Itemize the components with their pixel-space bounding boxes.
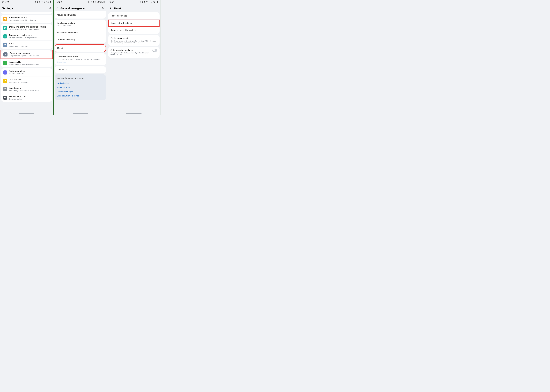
lookfor-link-timeout[interactable]: Screen timeout xyxy=(57,85,104,90)
lookfor-link-bring[interactable]: Bring data from old device xyxy=(57,94,104,98)
settings-header: Settings xyxy=(0,4,53,11)
signin-link[interactable]: Signed in as xyxy=(57,61,104,63)
row-apps[interactable]: Apps Default apps • App settings xyxy=(1,41,52,49)
row-accessibility[interactable]: Accessibility TalkBack • Mono audio • As… xyxy=(1,59,52,67)
signal-icon xyxy=(43,1,45,3)
row-title: General management xyxy=(9,52,50,55)
svg-rect-6 xyxy=(50,2,51,3)
looking-for-box: Looking for something else? Navigation b… xyxy=(55,74,106,100)
nav-pill[interactable] xyxy=(73,113,88,114)
svg-point-15 xyxy=(5,45,6,45)
group-reset: Reset xyxy=(55,44,106,52)
status-bar: 10:37 79% xyxy=(0,0,53,4)
row-sub: Developer options xyxy=(9,98,50,100)
row-contact-us[interactable]: Contact us xyxy=(55,66,106,73)
row-battery-care[interactable]: Battery and device care Storage • Memory… xyxy=(1,32,52,41)
lookfor-link-nav[interactable]: Navigation bar xyxy=(57,81,104,85)
row-sub: Status • Legal information • Phone name xyxy=(9,90,50,91)
svg-point-18 xyxy=(6,55,6,55)
back-icon[interactable] xyxy=(109,7,112,10)
nav-pill[interactable] xyxy=(19,113,34,114)
reset-screen: 10:37 79% Reset Reset all settings Reset… xyxy=(107,0,161,115)
row-sub: Gboard spell checker xyxy=(57,25,104,27)
battery-percent: 79% xyxy=(153,1,156,3)
search-icon[interactable] xyxy=(49,7,51,10)
row-customization-service[interactable]: Customization Service Get personalized c… xyxy=(55,53,106,65)
row-passwords[interactable]: Passwords and autofill xyxy=(55,29,106,36)
row-reset-accessibility[interactable]: Reset accessibility settings xyxy=(108,27,159,34)
row-developer-options[interactable]: Developer options Developer options xyxy=(1,93,52,102)
row-sub: Download and install xyxy=(9,73,50,75)
svg-point-16 xyxy=(6,54,6,54)
row-title: Software update xyxy=(9,70,50,73)
svg-point-9 xyxy=(5,28,6,28)
svg-point-7 xyxy=(49,7,50,9)
row-title: Developer options xyxy=(9,95,50,98)
row-title: Customization Service xyxy=(57,56,104,58)
row-title: Spelling correction xyxy=(57,22,104,24)
row-software-update[interactable]: Software update Download and install xyxy=(1,68,52,77)
svg-rect-28 xyxy=(104,1,105,3)
row-spelling[interactable]: Spelling correction Gboard spell checker xyxy=(55,20,106,29)
row-sub: Useful tips • New features xyxy=(9,81,50,83)
vibrate-icon xyxy=(93,1,94,3)
status-time: 10:37 xyxy=(109,1,114,3)
row-title: Digital Wellbeing and parental controls xyxy=(9,26,50,28)
group-mouse: Mouse and trackpad xyxy=(55,11,106,19)
group-auto-restart[interactable]: Auto restart at set times Your phone wil… xyxy=(108,47,159,58)
bluetooth-icon xyxy=(142,1,143,3)
svg-rect-33 xyxy=(157,1,158,3)
svg-point-31 xyxy=(140,1,141,3)
vibrate-icon xyxy=(39,1,41,3)
reset-header: Reset xyxy=(107,4,161,11)
row-reset-network[interactable]: Reset network settings xyxy=(108,19,159,27)
gear-icon xyxy=(3,17,7,21)
row-title: Reset accessibility settings xyxy=(111,29,157,32)
status-bar: 10:37 79% xyxy=(54,0,107,4)
svg-rect-27 xyxy=(93,1,94,2)
group-reset-options: Reset all settings Reset network setting… xyxy=(108,12,159,34)
svg-rect-29 xyxy=(104,1,104,1)
accessibility-icon xyxy=(3,61,7,65)
row-title: Contact us xyxy=(57,68,104,71)
row-general-management[interactable]: General management Language and keyboard… xyxy=(1,50,52,58)
row-reset[interactable]: Reset xyxy=(55,45,106,52)
row-dictionary[interactable]: Personal dictionary xyxy=(55,36,106,43)
bluetooth-icon xyxy=(36,1,38,3)
group-advanced: Advanced features Android Auto • Labs • … xyxy=(1,14,52,23)
wifi-icon xyxy=(41,1,43,3)
row-tips-help[interactable]: Tips and help Useful tips • New features xyxy=(1,77,52,85)
row-reset-all[interactable]: Reset all settings xyxy=(108,12,159,19)
battery-percent: 79% xyxy=(99,1,103,3)
row-sub: Android Auto • Labs • Bixby Routines xyxy=(9,19,50,21)
svg-rect-32 xyxy=(144,1,145,2)
row-about-phone[interactable]: About phone Status • Legal information •… xyxy=(1,85,52,93)
svg-point-25 xyxy=(61,1,62,2)
group-customization: Customization Service Get personalized c… xyxy=(55,53,106,65)
row-title: Reset xyxy=(57,47,103,49)
row-digital-wellbeing[interactable]: Digital Wellbeing and parental controls … xyxy=(1,24,52,32)
info-icon xyxy=(3,87,7,91)
nav-pill[interactable] xyxy=(126,113,142,114)
row-title: Apps xyxy=(9,42,50,45)
general-management-screen: 10:37 79% General management Mouse and t… xyxy=(54,0,107,115)
row-mouse-trackpad[interactable]: Mouse and trackpad xyxy=(55,11,106,19)
group-general-cont: Accessibility TalkBack • Mono audio • As… xyxy=(1,59,52,67)
row-title: About phone xyxy=(9,87,50,89)
svg-point-30 xyxy=(102,7,104,9)
group-factory-reset[interactable]: Factory data reset Reset your phone to i… xyxy=(108,35,159,46)
svg-point-13 xyxy=(5,44,6,45)
bulb-icon xyxy=(3,79,7,83)
wifi-icon xyxy=(95,1,97,3)
bluetooth-icon xyxy=(90,1,92,3)
row-advanced-features[interactable]: Advanced features Android Auto • Labs • … xyxy=(1,14,52,23)
screenshot-icon xyxy=(61,1,63,3)
group-wellbeing: Digital Wellbeing and parental controls … xyxy=(1,24,52,49)
search-icon[interactable] xyxy=(102,7,105,10)
row-title: Mouse and trackpad xyxy=(57,14,104,16)
lookfor-link-font[interactable]: Font size and style xyxy=(57,90,104,94)
battery-care-icon xyxy=(3,35,7,38)
auto-restart-toggle[interactable] xyxy=(152,49,157,52)
svg-rect-22 xyxy=(5,89,5,90)
back-icon[interactable] xyxy=(56,7,58,10)
